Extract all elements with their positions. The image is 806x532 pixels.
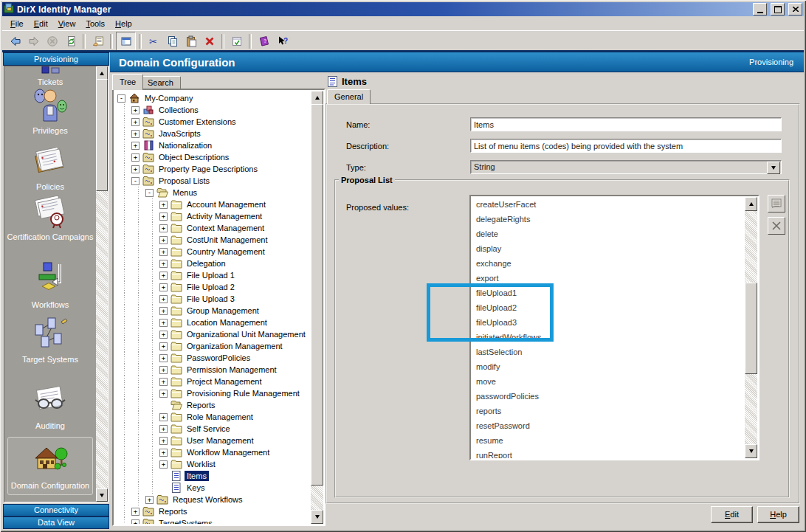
toolbar-delete-button[interactable]: [200, 32, 218, 50]
proposal-value[interactable]: delegateRights: [472, 212, 744, 227]
toolbar-panel-toggle-button[interactable]: [116, 32, 136, 51]
tree-node-customer-extensions[interactable]: +Customer Extensions: [114, 116, 310, 128]
menu-view[interactable]: View: [53, 18, 81, 30]
collapse-icon[interactable]: -: [145, 189, 154, 197]
expand-icon[interactable]: +: [159, 390, 168, 398]
scroll-down-button[interactable]: [96, 488, 108, 502]
menu-edit[interactable]: Edit: [29, 18, 53, 30]
sidebar-tab-connectivity[interactable]: Connectivity: [3, 504, 109, 517]
expand-icon[interactable]: +: [159, 260, 168, 268]
scroll-up-button[interactable]: [745, 197, 757, 211]
toolbar-help-book-button[interactable]: ?: [255, 32, 273, 50]
expand-icon[interactable]: +: [131, 508, 140, 516]
tree-node-targetsystems[interactable]: +TargetSystems: [114, 517, 310, 524]
tree-node-delegation[interactable]: +Delegation: [114, 258, 310, 269]
expand-icon[interactable]: +: [159, 460, 168, 469]
expand-icon[interactable]: +: [159, 283, 168, 291]
expand-icon[interactable]: +: [159, 213, 168, 221]
expand-icon[interactable]: +: [159, 425, 168, 433]
scroll-thumb[interactable]: [745, 283, 757, 374]
tree-node-costunit-management[interactable]: +CostUnit Management: [114, 234, 310, 246]
title-bar[interactable]: DirX Identity Manager: [2, 2, 804, 16]
tree-node-reports[interactable]: Reports: [114, 399, 310, 411]
toolbar-context-help-button[interactable]: ?: [273, 32, 292, 50]
type-combobox[interactable]: String: [470, 160, 782, 174]
expand-icon[interactable]: +: [159, 201, 168, 209]
proposal-value[interactable]: lastSelection: [472, 345, 744, 359]
tab-general[interactable]: General: [327, 89, 371, 104]
expand-icon[interactable]: +: [159, 331, 168, 339]
tree-node-context-management[interactable]: +Context Management: [114, 222, 310, 234]
tree-node-role-management[interactable]: +Role Management: [114, 411, 310, 423]
scroll-up-button[interactable]: [96, 66, 108, 80]
expand-icon[interactable]: +: [159, 449, 168, 457]
proposal-value[interactable]: reports: [472, 404, 744, 418]
scroll-down-button[interactable]: [745, 444, 757, 458]
collapse-icon[interactable]: -: [117, 94, 125, 103]
tree-node-permission-management[interactable]: +Permission Management: [114, 364, 310, 376]
tree-node-worklist[interactable]: +Worklist: [114, 458, 310, 470]
sidebar-item-tickets[interactable]: Tickets: [4, 66, 96, 88]
menu-file[interactable]: File: [5, 18, 29, 30]
tree-node-property-page-descriptions[interactable]: +Property Page Descriptions: [114, 163, 310, 175]
sidebar-tab-data-view[interactable]: Data View: [3, 517, 109, 529]
tree-node-javascripts[interactable]: +JavaScripts: [114, 128, 310, 139]
tab-tree[interactable]: Tree: [112, 74, 143, 90]
tree-node-location-management[interactable]: +Location Management: [114, 317, 310, 328]
combo-dropdown-button[interactable]: [767, 162, 780, 174]
toolbar-properties-button[interactable]: [89, 32, 107, 50]
menu-help[interactable]: Help: [110, 18, 137, 30]
expand-icon[interactable]: +: [145, 496, 154, 504]
tree-node-organizational-unit-management[interactable]: +Organizational Unit Management: [114, 328, 310, 340]
expand-icon[interactable]: +: [159, 354, 168, 362]
expand-icon[interactable]: +: [159, 307, 168, 315]
proposal-value[interactable]: export: [472, 271, 744, 286]
proposal-value[interactable]: initiatedWorkflows: [472, 330, 744, 345]
proposal-value[interactable]: passwordPolicies: [472, 389, 744, 404]
proposal-value[interactable]: fileUpload2: [472, 300, 744, 315]
expand-icon[interactable]: +: [131, 165, 140, 173]
expand-icon[interactable]: +: [159, 236, 168, 244]
sidebar-item-workflows[interactable]: Workflows: [4, 261, 96, 311]
description-input[interactable]: [470, 139, 782, 153]
scroll-up-button[interactable]: [311, 91, 323, 105]
toolbar-forward-button[interactable]: [24, 32, 43, 50]
edit-button[interactable]: Edit: [711, 506, 753, 523]
tree-node-account-management[interactable]: +Account Management: [114, 198, 310, 210]
sidebar-item-target-systems[interactable]: Target Systems: [4, 316, 96, 365]
tree-node-user-management[interactable]: +User Management: [114, 435, 310, 446]
expand-icon[interactable]: +: [159, 366, 168, 374]
toolbar-edit-note-button[interactable]: [227, 32, 246, 50]
close-button[interactable]: [788, 3, 802, 15]
tree-node-file-upload-2[interactable]: +File Upload 2: [114, 281, 310, 293]
expand-icon[interactable]: +: [159, 295, 168, 303]
proposal-value[interactable]: runReport: [472, 448, 744, 458]
collapse-icon[interactable]: -: [131, 177, 140, 185]
minimize-button[interactable]: [753, 3, 767, 15]
sidebar-item-policies[interactable]: Policies: [4, 143, 96, 193]
tree-node-organization-management[interactable]: +Organization Management: [114, 340, 310, 352]
toolbar-back-button[interactable]: [6, 32, 24, 50]
toolbar-cut-button[interactable]: ✂: [145, 32, 163, 50]
tree-node-my-company[interactable]: -My-Company: [114, 92, 310, 104]
expand-icon[interactable]: +: [131, 130, 140, 138]
tree-node-country-management[interactable]: +Country Management: [114, 246, 310, 258]
expand-icon[interactable]: +: [131, 118, 140, 126]
listbox-scrollbar[interactable]: [745, 197, 757, 458]
expand-icon[interactable]: +: [159, 272, 168, 280]
tree-node-activity-management[interactable]: +Activity Management: [114, 210, 310, 222]
expand-icon[interactable]: +: [131, 519, 140, 525]
tree-node-self-service[interactable]: +Self Service: [114, 423, 310, 435]
tree-node-provisioning-rule-management[interactable]: +Provisioning Rule Management: [114, 387, 310, 399]
edit-values-button[interactable]: [768, 195, 785, 213]
expand-icon[interactable]: +: [159, 224, 168, 232]
name-input[interactable]: [470, 117, 782, 131]
proposal-value[interactable]: modify: [472, 359, 744, 374]
tree-node-nationalization[interactable]: +Nationalization: [114, 139, 310, 151]
scroll-thumb[interactable]: [311, 104, 323, 486]
tree-node-file-upload-1[interactable]: +File Upload 1: [114, 269, 310, 281]
proposal-value[interactable]: createUserFacet: [472, 197, 744, 212]
expand-icon[interactable]: +: [131, 153, 140, 162]
tree-node-items[interactable]: Items: [114, 470, 310, 482]
sidebar-item-certification-campaigns[interactable]: Certification Campaigns: [4, 193, 96, 243]
